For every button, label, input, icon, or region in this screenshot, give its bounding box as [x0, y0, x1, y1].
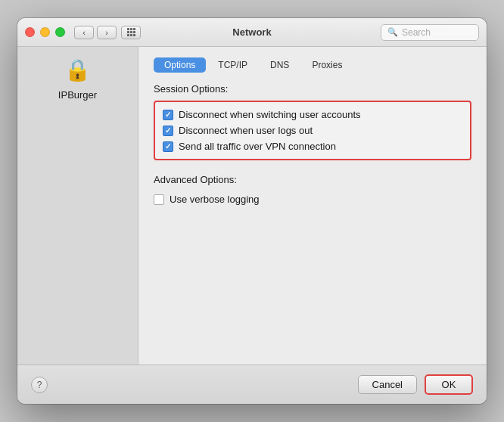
advanced-options-section: Advanced Options: Use verbose logging	[154, 174, 471, 207]
search-box[interactable]: 🔍 Search	[381, 24, 479, 41]
list-item: ✓ Disconnect when user logs out	[163, 123, 462, 138]
disconnect-logout-label: Disconnect when user logs out	[179, 125, 313, 136]
close-button[interactable]	[25, 27, 35, 37]
search-icon: 🔍	[387, 27, 398, 37]
vpn-name-label: IPBurger	[58, 89, 97, 101]
back-button[interactable]: ‹	[74, 26, 94, 39]
minimize-button[interactable]	[40, 27, 50, 37]
grid-button[interactable]	[121, 26, 141, 39]
tab-tcpip[interactable]: TCP/IP	[207, 57, 258, 73]
ok-button[interactable]: OK	[425, 374, 473, 395]
tab-proxies[interactable]: Proxies	[301, 57, 353, 73]
forward-button[interactable]: ›	[97, 26, 117, 39]
nav-buttons: ‹ ›	[74, 26, 117, 39]
grid-icon	[127, 28, 135, 36]
checkmark-icon: ✓	[165, 143, 171, 150]
vpn-icon: 🔒	[63, 54, 93, 85]
checkmark-icon: ✓	[165, 111, 171, 119]
session-options-label: Session Options:	[154, 83, 471, 95]
advanced-options-label: Advanced Options:	[154, 174, 471, 185]
list-item: ✓ Disconnect when switching user account…	[163, 107, 462, 123]
list-item: ✓ Send all traffic over VPN connection	[163, 138, 462, 154]
tab-bar: Options TCP/IP DNS Proxies	[154, 57, 471, 73]
network-window: ‹ › Network 🔍 Search 🔒 IPBurger	[17, 18, 487, 404]
verbose-logging-checkbox[interactable]	[154, 194, 164, 205]
traffic-lights	[25, 27, 65, 37]
send-traffic-checkbox[interactable]: ✓	[163, 141, 173, 152]
maximize-button[interactable]	[55, 27, 65, 37]
tab-dns[interactable]: DNS	[260, 57, 300, 73]
cancel-button[interactable]: Cancel	[358, 375, 417, 394]
main-panel: Options TCP/IP DNS Proxies Session Optio…	[138, 47, 487, 365]
verbose-logging-label: Use verbose logging	[170, 194, 260, 205]
checkmark-icon: ✓	[165, 127, 171, 135]
footer: ? Cancel OK	[17, 365, 487, 404]
content-area: 🔒 IPBurger Options TCP/IP DNS Proxies Se…	[17, 47, 487, 365]
titlebar: ‹ › Network 🔍 Search	[17, 18, 487, 47]
tab-options[interactable]: Options	[154, 57, 206, 73]
disconnect-logout-checkbox[interactable]: ✓	[163, 126, 173, 136]
list-item: Use verbose logging	[154, 191, 471, 207]
search-placeholder: Search	[402, 27, 431, 38]
session-options-group: ✓ Disconnect when switching user account…	[154, 101, 471, 160]
disconnect-switch-checkbox[interactable]: ✓	[163, 110, 173, 120]
lock-icon: 🔒	[64, 57, 91, 82]
send-traffic-label: Send all traffic over VPN connection	[179, 141, 336, 152]
sidebar: 🔒 IPBurger	[17, 47, 138, 365]
disconnect-switch-label: Disconnect when switching user accounts	[179, 109, 361, 120]
help-label: ?	[37, 380, 42, 390]
help-button[interactable]: ?	[31, 377, 48, 393]
window-title: Network	[232, 26, 271, 38]
